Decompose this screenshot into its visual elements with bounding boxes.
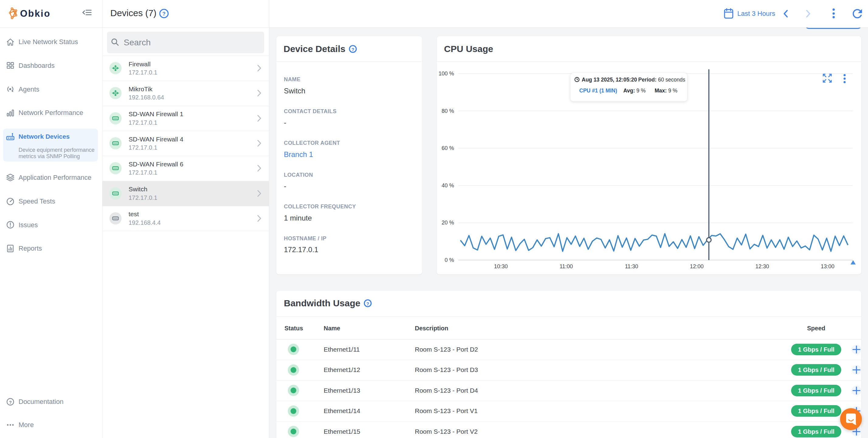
svg-text:?: ? [366, 301, 369, 306]
svg-text:?: ? [162, 11, 165, 17]
svg-text:11:00: 11:00 [560, 263, 573, 269]
svg-text:12:30: 12:30 [755, 263, 769, 269]
svg-text:80 %: 80 % [442, 108, 454, 114]
svg-text:11:30: 11:30 [625, 263, 638, 269]
svg-text:?: ? [351, 47, 354, 52]
svg-text:100 %: 100 % [439, 70, 454, 77]
svg-text:13:00: 13:00 [820, 263, 834, 269]
svg-text:?: ? [9, 400, 11, 405]
svg-text:40 %: 40 % [442, 182, 454, 188]
svg-text:12:00: 12:00 [690, 263, 704, 269]
svg-text:0 %: 0 % [445, 257, 454, 263]
svg-text:60 %: 60 % [442, 145, 454, 151]
svg-text:20 %: 20 % [442, 220, 454, 226]
svg-text:10:30: 10:30 [494, 263, 507, 269]
